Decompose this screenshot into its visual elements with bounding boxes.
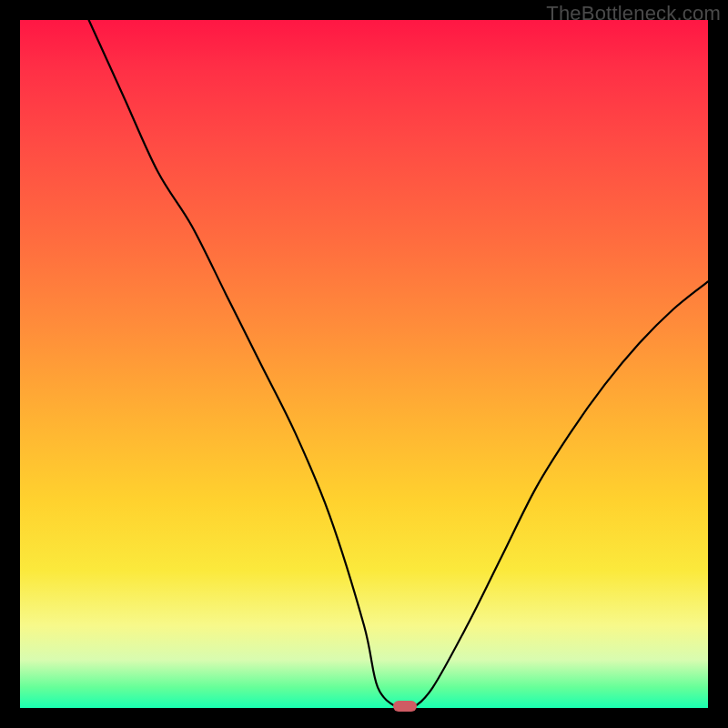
chart-frame: TheBottleneck.com: [0, 0, 728, 728]
bottleneck-curve: [20, 20, 708, 708]
plot-area: [20, 20, 708, 708]
watermark-text: TheBottleneck.com: [546, 2, 721, 25]
optimal-marker: [393, 701, 417, 712]
